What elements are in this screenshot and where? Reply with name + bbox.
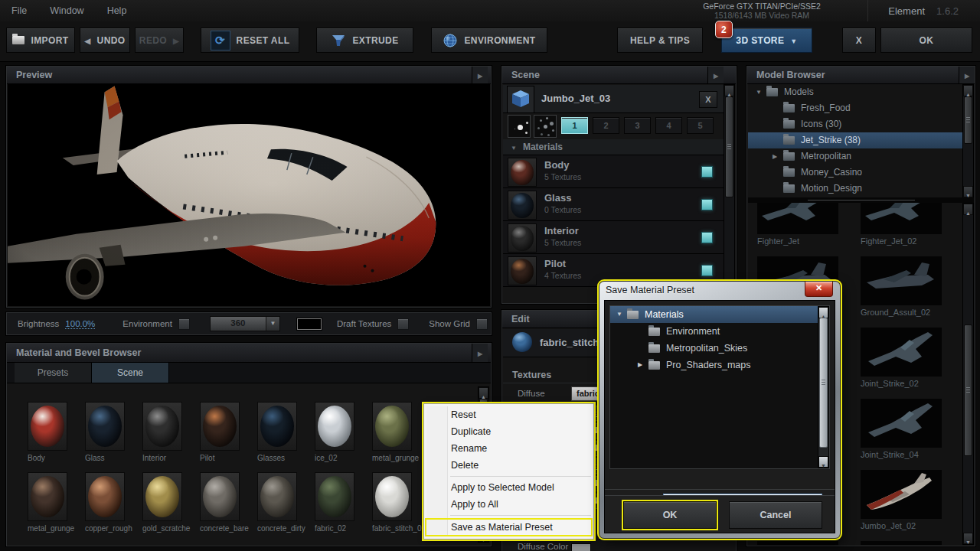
context-menu-item[interactable]: Delete (425, 457, 593, 474)
menu-item[interactable]: File (0, 0, 38, 16)
scene-object-row[interactable]: Jumbo_Jet_03 X (503, 85, 724, 113)
scene-collapse-arrow-icon[interactable] (707, 67, 724, 83)
save-as-material-preset-item[interactable]: Save as Material Preset (425, 518, 593, 536)
model-thumbnail[interactable]: Ground_Assult_02 (861, 256, 945, 317)
store-button[interactable]: 2 3D STORE (721, 28, 812, 53)
scene-materials-header[interactable]: Materials (503, 139, 724, 155)
dialog-cancel-button[interactable]: Cancel (729, 501, 822, 529)
scroll-down-icon[interactable] (818, 456, 828, 468)
ok-button[interactable]: OK (880, 28, 972, 53)
context-menu-item[interactable]: Rename (425, 440, 593, 457)
diffuse-color-swatch[interactable] (571, 543, 591, 551)
dialog-tree-item[interactable]: Metropolitan_Skies (610, 340, 829, 357)
menu-item[interactable]: Window (38, 0, 95, 16)
context-menu-item[interactable]: Duplicate (425, 423, 593, 440)
model-tree-item[interactable]: Money_Casino (748, 165, 962, 181)
group-button[interactable]: 3 (624, 117, 651, 134)
scroll-up-icon[interactable] (724, 85, 734, 96)
dialog-tree-scrollbar[interactable] (818, 306, 829, 468)
group-button[interactable]: 2 (593, 117, 619, 134)
material-tile[interactable]: Pilot (200, 402, 257, 462)
preview-collapse-arrow-icon[interactable] (472, 67, 488, 83)
model-tree-item[interactable]: Fresh_Food (748, 100, 962, 116)
dialog-tree-item[interactable]: ▶ Pro_Shaders_maps (610, 357, 829, 373)
draft-textures-checkbox[interactable] (397, 318, 409, 330)
menu-item[interactable]: Help (96, 0, 139, 16)
material-tile[interactable]: gold_scratche (142, 472, 200, 533)
model-thumbnail[interactable]: Joint_Strike_04 (861, 399, 945, 459)
material-tile[interactable]: copper_rough (85, 472, 142, 533)
material-tile[interactable]: fabric_stitch_0 (372, 472, 430, 533)
scene-object-remove-button[interactable]: X (699, 91, 717, 108)
scrollbar-thumb[interactable] (964, 324, 972, 456)
material-tile[interactable]: fabric_02 (315, 472, 372, 533)
model-browser-collapse-arrow-icon[interactable] (959, 67, 975, 83)
group-button[interactable]: 5 (687, 117, 714, 134)
material-browser-tab[interactable]: Presets (15, 363, 92, 383)
scroll-up-icon[interactable] (818, 307, 828, 318)
model-tree-scrollbar[interactable] (962, 84, 974, 198)
undo-button[interactable]: UNDO (80, 28, 130, 53)
material-tile[interactable]: Body (28, 402, 85, 462)
material-tile[interactable]: concrete_bare (200, 472, 257, 533)
rotation-dropdown[interactable]: 360 (210, 316, 280, 331)
material-tile[interactable]: metal_grunge (372, 402, 430, 462)
model-tree-item[interactable]: ▶ Metropolitan (748, 148, 962, 165)
scroll-down-icon[interactable] (963, 533, 973, 544)
scroll-down-icon[interactable] (963, 186, 973, 197)
tree-expand-icon[interactable]: ▼ (756, 84, 766, 100)
context-menu-item[interactable]: Apply to All (425, 496, 593, 513)
model-thumbnail[interactable]: Joint_Strike_02 (861, 328, 945, 388)
particle-ring-mode-button[interactable] (534, 115, 557, 138)
material-enabled-checkbox[interactable] (701, 166, 713, 178)
scrollbar-thumb[interactable] (725, 96, 733, 197)
scene-scrollbar[interactable] (724, 84, 735, 302)
help-tips-button[interactable]: HELP & TIPS (617, 28, 703, 53)
dialog-tree-item[interactable]: Environment (610, 323, 829, 340)
scatter-mode-button[interactable] (508, 115, 531, 138)
dialog-ok-button[interactable]: OK (623, 501, 717, 529)
scrollbar-thumb[interactable] (819, 318, 828, 448)
context-menu-item[interactable]: Apply to Selected Model (425, 479, 593, 496)
material-tile[interactable]: concrete_dirty (257, 472, 315, 533)
redo-button[interactable]: REDO (135, 28, 184, 53)
scene-material-row[interactable]: Glass 0 Textures (503, 188, 724, 221)
model-tree-item[interactable]: Motion_Design (748, 181, 962, 197)
reset-all-button[interactable]: RESET ALL (201, 28, 299, 53)
dialog-tree-item[interactable]: ▼ Materials (610, 306, 829, 323)
show-grid-checkbox[interactable] (476, 318, 488, 330)
model-tree-item[interactable]: ▼ Models (748, 84, 962, 100)
scroll-up-icon[interactable] (479, 387, 488, 399)
material-tile[interactable]: Interior (142, 402, 200, 462)
material-tile[interactable]: Glass (85, 402, 142, 462)
model-tree-item[interactable]: Icons (30) (748, 116, 962, 132)
material-browser-tab[interactable]: Scene (92, 363, 169, 383)
material-enabled-checkbox[interactable] (701, 232, 713, 243)
context-menu-item[interactable]: Reset (425, 406, 593, 423)
group-button[interactable]: 1 (561, 117, 588, 134)
model-tree-item[interactable]: Jet_Strike (38) (748, 132, 962, 148)
panel-splitter[interactable] (748, 197, 974, 203)
scene-material-row[interactable]: Body 5 Textures (503, 155, 724, 188)
tree-expand-icon[interactable]: ▶ (773, 148, 783, 165)
group-button[interactable]: 4 (655, 117, 682, 134)
model-thumbnail[interactable]: Fighter_Jet_02 (861, 203, 945, 246)
environment-button[interactable]: ENVIRONMENT (431, 28, 547, 53)
tree-expand-icon[interactable]: ▼ (616, 306, 627, 323)
model-thumbs-scrollbar[interactable] (962, 203, 974, 545)
scrollbar-thumb[interactable] (964, 96, 972, 144)
model-thumbnail[interactable] (861, 541, 945, 545)
preview-3d-viewport[interactable] (8, 84, 490, 306)
material-tile[interactable]: metal_grunge (28, 472, 85, 533)
model-thumbnail[interactable]: Jumbo_Jet_02 (861, 470, 945, 530)
extrude-button[interactable]: EXTRUDE (316, 28, 413, 53)
background-color-swatch[interactable] (297, 318, 322, 330)
material-browser-collapse-arrow-icon[interactable] (472, 344, 488, 362)
material-enabled-checkbox[interactable] (701, 199, 713, 210)
import-button[interactable]: IMPORT (6, 28, 75, 53)
dialog-close-button[interactable]: ✕ (805, 282, 833, 297)
material-tile[interactable]: ice_02 (315, 402, 372, 462)
material-enabled-checkbox[interactable] (701, 265, 713, 276)
close-plugin-button[interactable]: X (842, 28, 876, 53)
environment-checkbox[interactable] (178, 318, 190, 330)
